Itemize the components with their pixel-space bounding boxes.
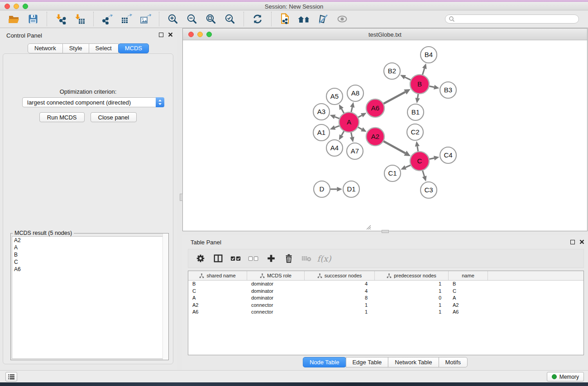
column-header-MCDS-role[interactable]: MCDS role (247, 271, 305, 280)
splitter-handle-left[interactable] (180, 194, 183, 201)
apply-layout-button[interactable] (297, 12, 311, 26)
graph-node-B2[interactable]: B2 (384, 63, 400, 79)
table-cell[interactable]: B (188, 281, 247, 288)
tab-motifs[interactable]: Motifs (438, 357, 468, 367)
add-row-button[interactable] (263, 251, 279, 266)
export-network-button[interactable] (100, 12, 115, 26)
table-row[interactable]: Bdominator41B (188, 281, 583, 288)
search-input[interactable] (455, 15, 578, 23)
close-panel-button[interactable]: Close panel (91, 112, 137, 122)
table-cell[interactable]: A (449, 295, 488, 302)
table-cell[interactable]: 4 (305, 288, 375, 295)
memory-button[interactable]: Memory (547, 372, 584, 381)
table-row[interactable]: A6connector11A6 (188, 309, 583, 316)
graph-node-D[interactable]: D (314, 181, 330, 197)
table-cell[interactable]: 1 (305, 302, 375, 309)
table-cell[interactable]: 1 (375, 281, 449, 288)
criterion-dropdown[interactable]: largest connected component (directed) (22, 97, 164, 107)
graph-node-C1[interactable]: C1 (384, 165, 401, 181)
table-cell[interactable]: dominator (247, 288, 305, 295)
table-cell[interactable]: C (449, 288, 488, 295)
mcds-result-list[interactable]: A2ABCA6 (12, 236, 167, 359)
graph-node-B4[interactable]: B4 (421, 47, 437, 63)
close-table-panel-icon[interactable] (579, 239, 584, 244)
graph-node-D1[interactable]: D1 (343, 181, 359, 197)
close-panel-icon[interactable] (168, 32, 173, 37)
table-cell[interactable]: A6 (449, 309, 488, 316)
table-cell[interactable]: B (449, 281, 488, 288)
graph-node-C2[interactable]: C2 (407, 124, 423, 140)
graphics-details-button[interactable] (335, 12, 349, 26)
table-cell[interactable]: 1 (375, 288, 449, 295)
float-table-panel-icon[interactable] (570, 240, 575, 244)
column-header-shared-name[interactable]: shared name (188, 271, 247, 280)
graph-node-A1[interactable]: A1 (313, 124, 330, 141)
zoom-in-button[interactable] (166, 12, 180, 26)
graph-node-C4[interactable]: C4 (440, 147, 456, 163)
export-table-button[interactable] (119, 12, 134, 26)
table-cell[interactable]: dominator (247, 295, 305, 302)
float-panel-icon[interactable] (159, 33, 163, 37)
graph-node-B[interactable]: B (410, 75, 429, 94)
mcds-result-item[interactable]: C (12, 258, 167, 266)
graph-node-A6[interactable]: A6 (366, 99, 384, 117)
search-field[interactable] (445, 14, 579, 24)
select-all-button[interactable] (228, 251, 244, 266)
delete-row-button[interactable] (281, 251, 296, 266)
table-cell[interactable]: connector (247, 309, 305, 316)
tab-node-table[interactable]: Node Table (303, 357, 346, 367)
table-cell[interactable]: 0 (375, 295, 449, 302)
table-settings-button[interactable] (193, 251, 208, 266)
table-cell[interactable]: 4 (305, 281, 375, 288)
graph-node-A8[interactable]: A8 (347, 85, 363, 101)
refresh-button[interactable] (250, 12, 265, 26)
table-row[interactable]: Cdominator41C (188, 288, 583, 295)
table-cell[interactable]: 1 (375, 302, 449, 309)
graph-node-A5[interactable]: A5 (326, 88, 343, 105)
table-cell[interactable]: connector (247, 302, 305, 309)
table-cell[interactable]: 1 (305, 309, 375, 316)
column-header-successor-nodes[interactable]: successor nodes (305, 271, 375, 280)
mcds-result-item[interactable]: A2 (12, 237, 167, 244)
table-cell[interactable]: A2 (449, 302, 488, 309)
open-file-button[interactable] (7, 12, 21, 26)
tab-network-table[interactable]: Network Table (388, 357, 439, 367)
result-scrollbar[interactable] (163, 234, 168, 360)
run-mcds-button[interactable]: Run MCDS (39, 112, 85, 122)
tab-edge-table[interactable]: Edge Table (345, 357, 388, 367)
network-canvas[interactable]: B4B2BB3A8A5A6A3B1AA1C2A2A4A7C4CC1C3DD1 (183, 40, 587, 231)
task-history-button[interactable] (5, 372, 17, 381)
tab-network[interactable]: Network (28, 43, 63, 53)
graph-node-B3[interactable]: B3 (440, 82, 456, 98)
graph-node-A2[interactable]: A2 (366, 128, 384, 146)
function-builder-button[interactable]: f(x) (316, 251, 332, 266)
network-from-selection-button[interactable] (278, 12, 292, 26)
graph-node-A7[interactable]: A7 (347, 143, 363, 159)
mcds-result-item[interactable]: A (12, 244, 167, 251)
mcds-result-item[interactable]: B (12, 251, 167, 258)
column-header-predecessor-nodes[interactable]: predecessor nodes (375, 271, 449, 280)
import-table-button[interactable] (72, 12, 87, 26)
mcds-result-item[interactable]: A6 (12, 266, 167, 273)
export-image-button[interactable] (138, 12, 153, 26)
table-cell[interactable]: dominator (247, 281, 305, 288)
graph-node-C[interactable]: C (410, 152, 429, 171)
table-row[interactable]: Adominator80A (188, 295, 583, 302)
tab-select[interactable]: Select (89, 43, 119, 53)
graph-node-A3[interactable]: A3 (313, 104, 330, 120)
graph-node-B1[interactable]: B1 (407, 104, 424, 120)
graph-node-A4[interactable]: A4 (326, 140, 343, 156)
table-cell[interactable]: 1 (375, 309, 449, 316)
table-cell[interactable]: 8 (305, 295, 375, 302)
delete-table-button[interactable] (299, 251, 314, 266)
table-cell[interactable]: A2 (188, 302, 247, 309)
tab-style[interactable]: Style (62, 43, 89, 53)
table-row[interactable]: A2connector11A2 (188, 302, 583, 309)
split-view-button[interactable] (210, 251, 226, 266)
import-network-button[interactable] (53, 12, 68, 26)
hide-labels-button[interactable] (316, 12, 330, 26)
deselect-all-button[interactable] (246, 251, 261, 266)
zoom-fit-button[interactable] (204, 12, 218, 26)
table-cell[interactable]: C (188, 288, 247, 295)
zoom-out-button[interactable] (185, 12, 199, 26)
